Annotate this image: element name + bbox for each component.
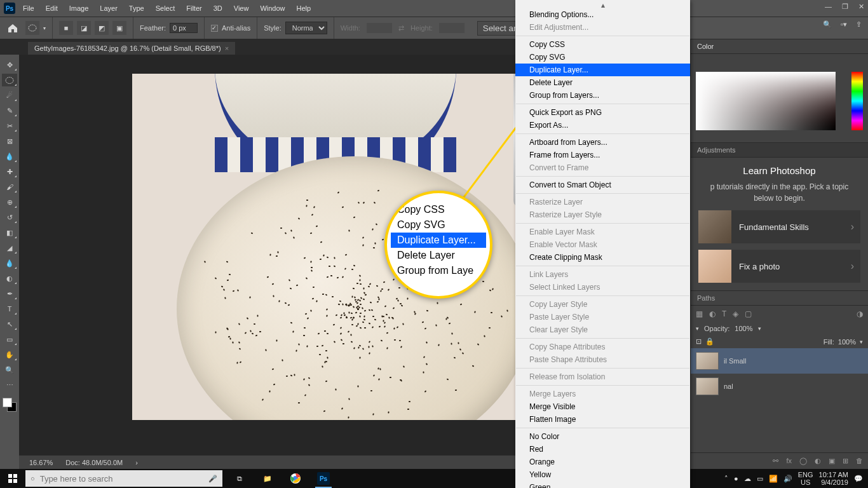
selection-new-icon[interactable]: ■ xyxy=(59,21,73,35)
window-minimize-icon[interactable]: — xyxy=(825,3,832,11)
brush-tool[interactable]: 🖌 xyxy=(2,180,17,193)
filter-smart-icon[interactable]: ▢ xyxy=(745,309,752,318)
chevron-down-icon[interactable]: ▾ xyxy=(860,339,863,345)
context-menu-item[interactable]: Red xyxy=(515,443,690,456)
learn-row-fundamentals[interactable]: Fundamental Skills › xyxy=(698,210,860,243)
selection-intersect-icon[interactable]: ▣ xyxy=(112,21,126,35)
mask-icon[interactable]: ◯ xyxy=(799,457,807,465)
menu-window[interactable]: Window xyxy=(260,4,285,12)
tray-app-icon[interactable]: ● xyxy=(734,475,738,482)
search-icon[interactable]: 🔍 xyxy=(823,20,832,29)
context-menu-item[interactable]: Blending Options... xyxy=(515,8,690,21)
lasso-tool[interactable]: ☄ xyxy=(2,89,17,102)
group-icon[interactable]: ▣ xyxy=(829,457,835,465)
explorer-icon[interactable]: 📁 xyxy=(255,469,280,488)
style-select[interactable]: Normal xyxy=(285,22,327,34)
share-icon[interactable]: ⇪ xyxy=(856,20,862,29)
trash-icon[interactable]: 🗑 xyxy=(856,457,863,465)
menu-filter[interactable]: Filter xyxy=(186,4,201,12)
context-menu-item[interactable]: Convert to Smart Object xyxy=(515,179,690,191)
document-tab[interactable]: GettyImages-76185342.jpg @ 16.7% (Detail… xyxy=(28,42,235,55)
menu-layer[interactable]: Layer xyxy=(100,4,118,12)
photoshop-taskbar-icon[interactable]: Ps xyxy=(311,469,336,488)
menu-type[interactable]: Type xyxy=(129,4,144,12)
layer-context-menu[interactable]: ▴Blending Options...Edit Adjustment...Co… xyxy=(515,0,690,488)
tray-date[interactable]: 9/4/2019 xyxy=(819,478,848,486)
menu-view[interactable]: View xyxy=(234,4,249,12)
filter-toggle-icon[interactable]: ◑ xyxy=(857,309,863,318)
home-icon[interactable] xyxy=(6,22,19,34)
context-menu-item[interactable]: Quick Export as PNG xyxy=(515,106,690,119)
lock-all-icon[interactable]: 🔒 xyxy=(705,337,714,346)
doc-size[interactable]: Doc: 48.0M/50.0M xyxy=(65,459,123,466)
context-menu-item[interactable]: No Color xyxy=(515,430,690,443)
marquee-shape-icon[interactable] xyxy=(25,21,39,35)
context-menu-item[interactable]: Export As... xyxy=(515,119,690,132)
filter-type-icon[interactable]: T xyxy=(722,309,726,318)
chevron-down-icon[interactable]: ▾ xyxy=(696,325,699,332)
taskbar-search[interactable]: ○ 🎤 xyxy=(25,470,222,487)
filter-adjust-icon[interactable]: ◐ xyxy=(709,309,715,318)
context-menu-item[interactable]: Merge Visible xyxy=(515,400,690,413)
hand-tool[interactable]: ✋ xyxy=(2,348,17,361)
chevron-down-icon[interactable]: ▾ xyxy=(758,325,761,332)
context-menu-item[interactable]: ▴ xyxy=(515,2,690,8)
menu-select[interactable]: Select xyxy=(156,4,175,12)
status-chevron-icon[interactable]: › xyxy=(135,459,138,466)
context-menu-item[interactable]: Delete Layer xyxy=(515,76,690,89)
fx-icon[interactable]: fx xyxy=(786,457,792,465)
quick-select-tool[interactable]: ✎ xyxy=(2,104,17,117)
task-view-icon[interactable]: ⧉ xyxy=(227,469,252,488)
context-menu-item[interactable]: Artboard from Layers... xyxy=(515,136,690,149)
context-menu-item[interactable]: Green xyxy=(515,481,690,488)
edit-toolbar-icon[interactable]: ⋯ xyxy=(2,379,17,391)
chevron-down-icon[interactable]: ▾ xyxy=(43,25,46,31)
healing-tool[interactable]: ✚ xyxy=(2,165,17,178)
menu-image[interactable]: Image xyxy=(69,4,89,12)
layer-item-selected[interactable]: il Small xyxy=(691,348,868,374)
context-menu-item[interactable]: Duplicate Layer... xyxy=(515,64,690,76)
tray-volume-icon[interactable]: 🔊 xyxy=(783,475,792,483)
hue-slider[interactable] xyxy=(851,72,863,130)
tray-battery-icon[interactable]: ▭ xyxy=(757,475,763,483)
eraser-tool[interactable]: ◧ xyxy=(2,226,17,239)
type-tool[interactable]: T xyxy=(2,302,17,315)
tray-onedrive-icon[interactable]: ☁ xyxy=(744,475,751,483)
crop-tool[interactable]: ✂ xyxy=(2,119,17,132)
window-restore-icon[interactable]: ❐ xyxy=(842,3,848,11)
color-spectrum[interactable] xyxy=(696,72,836,130)
context-menu-item[interactable]: Copy CSS xyxy=(515,38,690,51)
tray-lang[interactable]: ENG xyxy=(798,471,813,478)
learn-row-fixphoto[interactable]: Fix a photo › xyxy=(698,250,860,283)
adjustment-icon[interactable]: ◐ xyxy=(815,457,821,465)
antialias-checkbox[interactable]: ✓ xyxy=(211,25,218,32)
context-menu-item[interactable]: Frame from Layers... xyxy=(515,149,690,161)
close-tab-icon[interactable]: × xyxy=(225,44,229,52)
doc-layout-icon[interactable]: ▫▾ xyxy=(841,20,847,29)
menu-help[interactable]: Help xyxy=(297,4,311,12)
frame-tool[interactable]: ⊠ xyxy=(2,135,17,147)
tray-kb[interactable]: US xyxy=(798,478,813,486)
start-button[interactable] xyxy=(0,474,25,484)
rectangle-tool[interactable]: ▭ xyxy=(2,333,17,346)
color-panel[interactable] xyxy=(691,54,868,143)
context-menu-item[interactable]: Yellow xyxy=(515,468,690,481)
blur-tool[interactable]: 💧 xyxy=(2,257,17,269)
window-close-icon[interactable]: ✕ xyxy=(858,3,864,11)
color-tab[interactable]: Color xyxy=(691,39,720,53)
opacity-value[interactable]: 100% xyxy=(735,325,752,332)
filter-pixel-icon[interactable]: ▦ xyxy=(696,309,703,318)
context-menu-item[interactable]: Flatten Image xyxy=(515,413,690,426)
history-brush-tool[interactable]: ↺ xyxy=(2,211,17,224)
dodge-tool[interactable]: ◐ xyxy=(2,272,17,285)
stamp-tool[interactable]: ⊕ xyxy=(2,196,17,208)
selection-subtract-icon[interactable]: ◩ xyxy=(95,21,109,35)
context-menu-item[interactable]: Create Clipping Mask xyxy=(515,251,690,264)
path-select-tool[interactable]: ↖ xyxy=(2,318,17,330)
tray-notification-icon[interactable]: 💬 xyxy=(854,475,863,483)
filter-shape-icon[interactable]: ◈ xyxy=(733,309,738,318)
zoom-tool[interactable]: 🔍 xyxy=(2,363,17,376)
search-input[interactable] xyxy=(40,474,203,484)
link-layers-icon[interactable]: ⚯ xyxy=(773,457,778,465)
gradient-tool[interactable]: ◢ xyxy=(2,241,17,254)
